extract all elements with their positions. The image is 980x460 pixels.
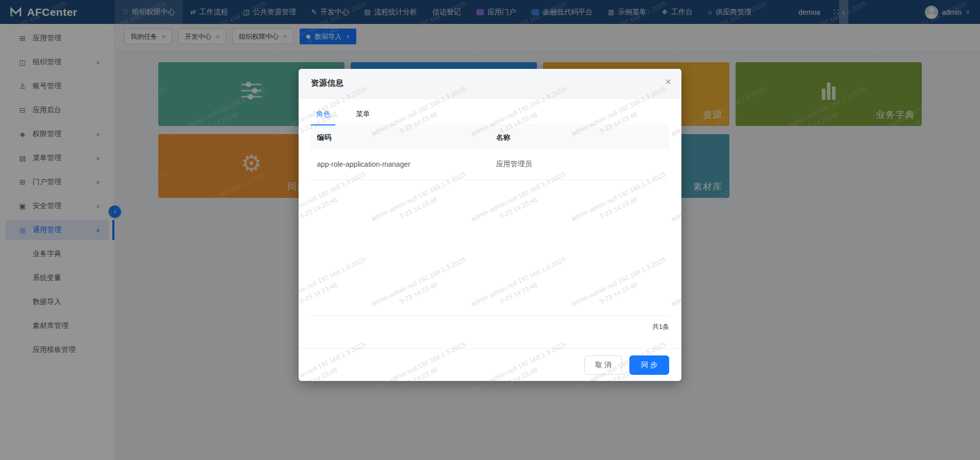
modal-tab-label: 菜单: [356, 110, 370, 118]
cell-code: app-role-application-manager: [311, 160, 490, 168]
modal-tab-label: 角色: [316, 110, 330, 118]
table-row[interactable]: app-role-application-manager 应用管理员: [311, 148, 669, 180]
close-icon[interactable]: ×: [665, 76, 671, 88]
sync-button[interactable]: 同 步: [629, 355, 669, 375]
pagination-total: 共1条: [311, 316, 669, 338]
modal-body: 角色 菜单 编码 名称 app-role-application-manager…: [299, 98, 681, 348]
table-header-row: 编码 名称: [311, 127, 669, 148]
modal-tab[interactable]: 菜单: [351, 106, 375, 125]
modal-footer: 取 消 同 步: [299, 348, 681, 381]
modal-header: 资源信息 ×: [299, 69, 681, 98]
table-empty-space: [311, 180, 669, 316]
table-body: app-role-application-manager 应用管理员: [311, 148, 669, 180]
resource-info-modal: 资源信息 × 角色 菜单 编码 名称 app-role-application-…: [299, 69, 681, 381]
modal-tabs: 角色 菜单: [311, 98, 669, 125]
modal-title: 资源信息: [311, 78, 344, 89]
cancel-button[interactable]: 取 消: [584, 355, 622, 375]
table-header-name: 名称: [490, 133, 669, 142]
table-header-code: 编码: [311, 133, 490, 142]
modal-tab[interactable]: 角色: [311, 106, 335, 125]
cell-name: 应用管理员: [490, 160, 669, 169]
